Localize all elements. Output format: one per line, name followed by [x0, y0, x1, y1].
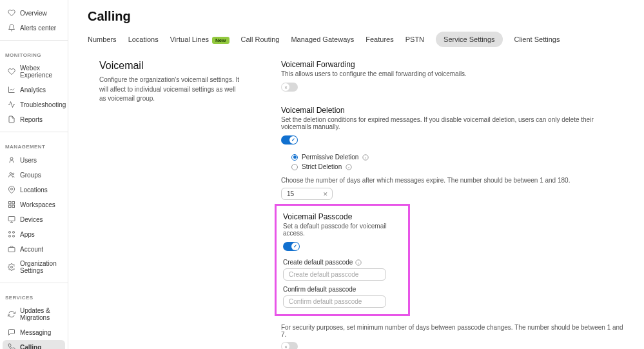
svg-point-9	[9, 232, 11, 234]
sidebar-overview[interactable]: Overview	[3, 6, 65, 20]
apps-icon	[8, 230, 15, 238]
svg-point-10	[13, 232, 15, 234]
sidebar-label: Analytics	[20, 86, 46, 94]
sidebar: Overview Alerts center MONITORING Webex …	[0, 0, 68, 349]
strict-label: Strict Deletion	[302, 163, 342, 170]
info-icon[interactable]	[346, 164, 352, 170]
heart-icon	[8, 9, 15, 17]
phone-icon	[8, 343, 15, 349]
sidebar-troubleshooting[interactable]: Troubleshooting	[3, 97, 65, 112]
sidebar-groups[interactable]: Groups	[3, 168, 65, 182]
deletion-title: Voicemail Deletion	[281, 106, 625, 115]
deletion-desc: Set the deletion conditions for expired …	[281, 116, 625, 130]
svg-point-3	[11, 188, 13, 190]
confirm-passcode-label: Confirm default passcode	[283, 286, 356, 293]
permissive-label: Permissive Deletion	[302, 154, 358, 161]
sidebar-locations[interactable]: Locations	[3, 183, 65, 197]
svg-point-14	[11, 266, 13, 268]
passcode-desc: Set a default passcode for voicemail acc…	[283, 223, 402, 237]
sidebar-label: Devices	[20, 216, 43, 223]
monitor-icon	[8, 215, 15, 223]
sidebar-calling[interactable]: Calling	[3, 340, 65, 349]
forwarding-toggle[interactable]	[281, 83, 298, 92]
sidebar-label: Reports	[20, 116, 43, 123]
sidebar-label: Account	[20, 246, 43, 253]
sidebar-label: Calling	[20, 344, 41, 350]
svg-rect-13	[8, 248, 15, 252]
confirm-passcode-input[interactable]: Confirm default passcode	[283, 295, 386, 308]
sidebar-label: Users	[20, 157, 37, 164]
passcode-title: Voicemail Passcode	[283, 212, 402, 221]
sidebar-analytics[interactable]: Analytics	[3, 83, 65, 97]
tabs: Numbers Locations Virtual LinesNew Call …	[88, 32, 625, 47]
sidebar-users[interactable]: Users	[3, 153, 65, 167]
svg-point-0	[10, 157, 13, 160]
main-content: Calling Numbers Locations Virtual LinesN…	[68, 0, 644, 349]
tab-numbers[interactable]: Numbers	[88, 32, 117, 47]
chart-icon	[8, 86, 15, 94]
sidebar-label: Workspaces	[20, 201, 55, 208]
file-icon	[8, 115, 15, 123]
deletion-days-input[interactable]: 15 ✕	[281, 188, 333, 200]
tab-client-settings[interactable]: Client Settings	[514, 32, 560, 47]
sidebar-label: Alerts center	[20, 25, 56, 32]
sidebar-section-monitoring: MONITORING	[0, 46, 68, 61]
sidebar-label: Groups	[20, 172, 41, 179]
refresh-icon	[8, 310, 15, 318]
sidebar-section-management: MANAGEMENT	[0, 137, 68, 152]
svg-rect-7	[9, 205, 12, 208]
sidebar-label: Overview	[20, 10, 47, 17]
info-icon[interactable]	[362, 154, 369, 161]
min-days-help: For security purposes, set minimum numbe…	[281, 324, 625, 338]
sidebar-alerts-center[interactable]: Alerts center	[3, 21, 65, 35]
create-passcode-input[interactable]: Create default passcode	[283, 268, 386, 281]
svg-rect-6	[12, 205, 15, 208]
sidebar-label: Webex Experience	[20, 65, 60, 79]
info-icon[interactable]	[355, 259, 362, 266]
gear-icon	[8, 263, 15, 271]
sidebar-updates[interactable]: Updates & Migrations	[3, 304, 65, 324]
briefcase-icon	[8, 245, 15, 253]
passcode-toggle[interactable]	[283, 242, 300, 251]
tab-call-routing[interactable]: Call Routing	[241, 32, 280, 47]
create-passcode-label: Create default passcode	[283, 259, 353, 266]
pin-icon	[8, 186, 15, 194]
deletion-toggle[interactable]	[281, 135, 298, 145]
sidebar-label: Updates & Migrations	[20, 307, 60, 321]
sidebar-webex-experience[interactable]: Webex Experience	[3, 61, 65, 82]
tab-features[interactable]: Features	[366, 32, 393, 47]
users-icon	[8, 171, 15, 179]
forwarding-desc: This allows users to configure the email…	[281, 70, 625, 77]
sidebar-apps[interactable]: Apps	[3, 227, 65, 241]
sidebar-messaging[interactable]: Messaging	[3, 325, 65, 339]
bell-icon	[8, 24, 15, 32]
svg-rect-8	[8, 217, 15, 221]
min-days-toggle[interactable]	[281, 342, 298, 349]
sidebar-label: Organization Settings	[20, 260, 60, 274]
tab-service-settings[interactable]: Service Settings	[436, 32, 502, 47]
heart-icon	[8, 68, 15, 75]
sidebar-label: Apps	[20, 231, 35, 238]
tab-virtual-lines[interactable]: Virtual LinesNew	[170, 32, 229, 47]
sidebar-label: Locations	[20, 186, 48, 194]
permissive-radio[interactable]	[291, 154, 298, 161]
page-title: Calling	[88, 9, 625, 24]
chat-icon	[8, 328, 15, 336]
svg-point-1	[10, 173, 12, 175]
tab-locations[interactable]: Locations	[128, 32, 159, 47]
tab-pstn[interactable]: PSTN	[405, 32, 424, 47]
strict-radio[interactable]	[291, 164, 298, 170]
sidebar-section-services: SERVICES	[0, 288, 68, 303]
sidebar-devices[interactable]: Devices	[3, 212, 65, 226]
tab-managed-gateways[interactable]: Managed Gateways	[291, 32, 354, 47]
voicemail-heading: Voicemail	[99, 60, 242, 72]
passcode-highlight: Voicemail Passcode Set a default passcod…	[275, 204, 410, 316]
sidebar-reports[interactable]: Reports	[3, 112, 65, 126]
forwarding-title: Voicemail Forwarding	[281, 60, 625, 69]
sidebar-workspaces[interactable]: Workspaces	[3, 197, 65, 212]
sidebar-label: Troubleshooting	[20, 101, 66, 108]
clear-icon[interactable]: ✕	[323, 191, 328, 197]
sidebar-org-settings[interactable]: Organization Settings	[3, 257, 65, 277]
sidebar-account[interactable]: Account	[3, 242, 65, 256]
svg-point-12	[13, 235, 15, 237]
